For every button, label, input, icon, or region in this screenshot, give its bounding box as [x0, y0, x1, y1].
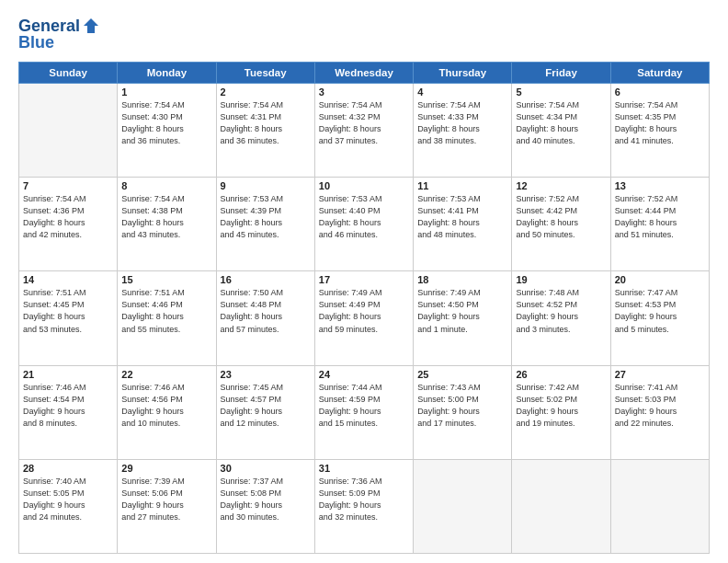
logo-text: General [18, 17, 100, 35]
day-number: 14 [23, 274, 113, 285]
day-number: 18 [417, 274, 507, 285]
day-cell: 4Sunrise: 7:54 AMSunset: 4:33 PMDaylight… [414, 84, 512, 178]
day-cell: 12Sunrise: 7:52 AMSunset: 4:42 PMDayligh… [512, 178, 610, 271]
day-cell: 26Sunrise: 7:42 AMSunset: 5:02 PMDayligh… [512, 365, 610, 459]
day-info: Sunrise: 7:54 AMSunset: 4:30 PMDaylight:… [121, 99, 211, 147]
day-cell: 21Sunrise: 7:46 AMSunset: 4:54 PMDayligh… [19, 365, 118, 459]
day-info: Sunrise: 7:46 AMSunset: 4:56 PMDaylight:… [121, 382, 211, 430]
day-number: 15 [121, 274, 211, 285]
day-cell [19, 84, 118, 178]
logo-icon [82, 17, 100, 35]
day-info: Sunrise: 7:54 AMSunset: 4:33 PMDaylight:… [417, 99, 507, 147]
day-info: Sunrise: 7:53 AMSunset: 4:40 PMDaylight:… [319, 193, 409, 241]
day-info: Sunrise: 7:54 AMSunset: 4:36 PMDaylight:… [23, 193, 113, 241]
day-number: 22 [121, 369, 211, 380]
day-info: Sunrise: 7:54 AMSunset: 4:35 PMDaylight:… [615, 99, 705, 147]
day-number: 19 [516, 274, 606, 285]
day-info: Sunrise: 7:41 AMSunset: 5:03 PMDaylight:… [615, 382, 705, 430]
day-info: Sunrise: 7:53 AMSunset: 4:39 PMDaylight:… [221, 193, 311, 241]
week-row-1: 1Sunrise: 7:54 AMSunset: 4:30 PMDaylight… [19, 84, 710, 178]
day-info: Sunrise: 7:52 AMSunset: 4:44 PMDaylight:… [615, 193, 705, 241]
day-cell: 9Sunrise: 7:53 AMSunset: 4:39 PMDaylight… [216, 178, 314, 271]
day-info: Sunrise: 7:53 AMSunset: 4:41 PMDaylight:… [417, 193, 507, 241]
day-cell: 17Sunrise: 7:49 AMSunset: 4:49 PMDayligh… [314, 271, 413, 365]
day-number: 17 [319, 274, 409, 285]
day-number: 12 [516, 180, 606, 191]
day-info: Sunrise: 7:54 AMSunset: 4:31 PMDaylight:… [221, 99, 311, 147]
day-cell: 23Sunrise: 7:45 AMSunset: 4:57 PMDayligh… [216, 365, 314, 459]
week-row-3: 14Sunrise: 7:51 AMSunset: 4:45 PMDayligh… [19, 271, 710, 365]
day-number: 3 [319, 86, 409, 98]
day-cell [610, 459, 709, 553]
day-number: 27 [615, 369, 705, 380]
day-number: 21 [23, 369, 113, 380]
day-info: Sunrise: 7:51 AMSunset: 4:45 PMDaylight:… [23, 287, 113, 335]
day-cell: 7Sunrise: 7:54 AMSunset: 4:36 PMDaylight… [19, 178, 118, 271]
weekday-header-friday: Friday [512, 63, 610, 84]
day-cell: 2Sunrise: 7:54 AMSunset: 4:31 PMDaylight… [216, 84, 314, 178]
day-number: 9 [221, 180, 311, 191]
day-info: Sunrise: 7:54 AMSunset: 4:32 PMDaylight:… [319, 99, 409, 147]
day-number: 30 [221, 463, 311, 474]
day-number: 10 [319, 180, 409, 191]
day-number: 6 [615, 86, 705, 98]
day-number: 13 [615, 180, 705, 191]
day-cell [512, 459, 610, 553]
weekday-header-saturday: Saturday [610, 63, 709, 84]
day-cell: 3Sunrise: 7:54 AMSunset: 4:32 PMDaylight… [314, 84, 413, 178]
weekday-header-tuesday: Tuesday [216, 63, 314, 84]
day-cell: 31Sunrise: 7:36 AMSunset: 5:09 PMDayligh… [314, 459, 413, 553]
day-cell: 28Sunrise: 7:40 AMSunset: 5:05 PMDayligh… [19, 459, 118, 553]
day-info: Sunrise: 7:49 AMSunset: 4:50 PMDaylight:… [417, 287, 507, 335]
day-number: 2 [221, 86, 311, 98]
day-cell: 24Sunrise: 7:44 AMSunset: 4:59 PMDayligh… [314, 365, 413, 459]
calendar: SundayMondayTuesdayWednesdayThursdayFrid… [18, 62, 710, 554]
week-row-4: 21Sunrise: 7:46 AMSunset: 4:54 PMDayligh… [19, 365, 710, 459]
day-info: Sunrise: 7:42 AMSunset: 5:02 PMDaylight:… [516, 382, 606, 430]
day-number: 31 [319, 463, 409, 474]
logo-general: General [18, 17, 80, 34]
day-number: 20 [615, 274, 705, 285]
weekday-header-wednesday: Wednesday [314, 63, 413, 84]
day-info: Sunrise: 7:49 AMSunset: 4:49 PMDaylight:… [319, 287, 409, 335]
day-cell: 5Sunrise: 7:54 AMSunset: 4:34 PMDaylight… [512, 84, 610, 178]
day-number: 29 [121, 463, 211, 474]
day-number: 28 [23, 463, 113, 474]
day-cell: 19Sunrise: 7:48 AMSunset: 4:52 PMDayligh… [512, 271, 610, 365]
day-number: 8 [121, 180, 211, 191]
day-cell: 6Sunrise: 7:54 AMSunset: 4:35 PMDaylight… [610, 84, 709, 178]
weekday-header-sunday: Sunday [19, 63, 118, 84]
weekday-header-monday: Monday [118, 63, 216, 84]
day-cell: 10Sunrise: 7:53 AMSunset: 4:40 PMDayligh… [314, 178, 413, 271]
day-cell: 15Sunrise: 7:51 AMSunset: 4:46 PMDayligh… [118, 271, 216, 365]
day-number: 26 [516, 369, 606, 380]
day-cell: 20Sunrise: 7:47 AMSunset: 4:53 PMDayligh… [610, 271, 709, 365]
day-cell: 16Sunrise: 7:50 AMSunset: 4:48 PMDayligh… [216, 271, 314, 365]
day-number: 4 [417, 86, 507, 98]
day-info: Sunrise: 7:46 AMSunset: 4:54 PMDaylight:… [23, 382, 113, 430]
day-number: 7 [23, 180, 113, 191]
day-cell: 8Sunrise: 7:54 AMSunset: 4:38 PMDaylight… [118, 178, 216, 271]
day-info: Sunrise: 7:52 AMSunset: 4:42 PMDaylight:… [516, 193, 606, 241]
day-cell: 1Sunrise: 7:54 AMSunset: 4:30 PMDaylight… [118, 84, 216, 178]
day-cell: 30Sunrise: 7:37 AMSunset: 5:08 PMDayligh… [216, 459, 314, 553]
day-number: 1 [121, 86, 211, 98]
day-info: Sunrise: 7:54 AMSunset: 4:34 PMDaylight:… [516, 99, 606, 147]
day-info: Sunrise: 7:50 AMSunset: 4:48 PMDaylight:… [221, 287, 311, 335]
day-info: Sunrise: 7:36 AMSunset: 5:09 PMDaylight:… [319, 476, 409, 523]
logo-blue: Blue [18, 33, 54, 52]
day-info: Sunrise: 7:39 AMSunset: 5:06 PMDaylight:… [121, 476, 211, 523]
day-number: 25 [417, 369, 507, 380]
day-number: 11 [417, 180, 507, 191]
day-info: Sunrise: 7:45 AMSunset: 4:57 PMDaylight:… [221, 382, 311, 430]
day-cell: 25Sunrise: 7:43 AMSunset: 5:00 PMDayligh… [414, 365, 512, 459]
day-cell: 11Sunrise: 7:53 AMSunset: 4:41 PMDayligh… [414, 178, 512, 271]
day-number: 16 [221, 274, 311, 285]
weekday-header-row: SundayMondayTuesdayWednesdayThursdayFrid… [19, 63, 710, 84]
header: General Blue [18, 17, 710, 52]
logo: General Blue [18, 17, 100, 52]
day-cell: 27Sunrise: 7:41 AMSunset: 5:03 PMDayligh… [610, 365, 709, 459]
day-number: 24 [319, 369, 409, 380]
day-cell: 18Sunrise: 7:49 AMSunset: 4:50 PMDayligh… [414, 271, 512, 365]
day-info: Sunrise: 7:48 AMSunset: 4:52 PMDaylight:… [516, 287, 606, 335]
